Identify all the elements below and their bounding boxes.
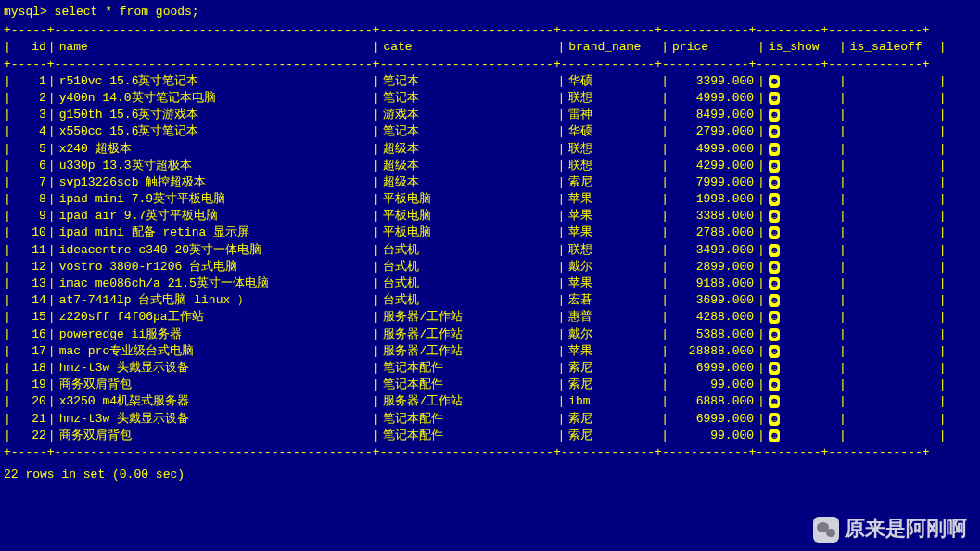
cell-off [846, 90, 939, 107]
cell-show: ☻ [765, 259, 839, 276]
cell-id: 6 [11, 158, 48, 174]
cell-cate: 笔记本配件 [379, 428, 557, 444]
cell-off [846, 242, 939, 259]
cell-price: 8499.000 [668, 107, 757, 123]
cell-id: 20 [11, 393, 48, 410]
smiley-icon: ☻ [769, 395, 781, 408]
table-row: |12|vostro 3800-r1206 台式电脑|台式机|戴尔|2899.0… [4, 259, 976, 276]
cell-name: at7-7414lp 台式电脑 linux ） [56, 292, 373, 309]
cell-name: g150th 15.6英寸游戏本 [56, 107, 373, 123]
col-off: is_saleoff [846, 39, 939, 56]
cell-brand: 华硕 [565, 73, 661, 90]
col-price: price [668, 39, 757, 56]
cell-name: vostro 3800-r1206 台式电脑 [56, 259, 373, 276]
cell-id: 5 [11, 141, 48, 158]
cell-cate: 服务器/工作站 [379, 393, 557, 410]
cell-id: 1 [11, 73, 48, 90]
cell-price: 4288.000 [668, 309, 757, 326]
wechat-icon [813, 517, 839, 543]
smiley-icon: ☻ [769, 261, 781, 274]
cell-cate: 超级本 [379, 141, 557, 158]
smiley-icon: ☻ [769, 345, 781, 358]
cell-cate: 台式机 [379, 259, 557, 276]
cell-show: ☻ [765, 107, 839, 123]
table-row: |19|商务双肩背包|笔记本配件|索尼|99.000|☻|| [4, 377, 976, 393]
cell-brand: ibm [565, 393, 661, 410]
cell-brand: 联想 [565, 141, 661, 158]
cell-price: 6999.000 [668, 411, 757, 428]
cell-name: 商务双肩背包 [56, 428, 373, 444]
cell-off [846, 360, 939, 377]
watermark-text: 原来是阿刚啊 [845, 515, 967, 544]
cell-brand: 苹果 [565, 276, 661, 292]
cell-price: 6888.000 [668, 393, 757, 410]
cell-id: 16 [11, 327, 48, 343]
cell-id: 11 [11, 242, 48, 259]
cell-off [846, 276, 939, 292]
cell-cate: 服务器/工作站 [379, 327, 557, 343]
cell-cate: 台式机 [379, 242, 557, 259]
col-show: is_show [765, 39, 839, 56]
cell-name: hmz-t3w 头戴显示设备 [56, 360, 373, 377]
cell-brand: 雷神 [565, 107, 661, 123]
smiley-icon: ☻ [769, 193, 781, 206]
table-row: |4|x550cc 15.6英寸笔记本|笔记本|华硕|2799.000|☻|| [4, 123, 976, 140]
cell-show: ☻ [765, 141, 839, 158]
cell-id: 19 [11, 377, 48, 393]
cell-show: ☻ [765, 377, 839, 393]
cell-off [846, 224, 939, 241]
cell-name: z220sff f4f06pa工作站 [56, 309, 373, 326]
cell-brand: 联想 [565, 158, 661, 174]
cell-show: ☻ [765, 309, 839, 326]
cell-price: 7999.000 [668, 174, 757, 191]
table-header-row: |id |name |cate |brand_name |price |is_s… [4, 39, 976, 56]
smiley-icon: ☻ [769, 294, 781, 307]
cell-price: 4999.000 [668, 141, 757, 158]
cell-show: ☻ [765, 242, 839, 259]
cell-brand: 联想 [565, 90, 661, 107]
cell-brand: 苹果 [565, 224, 661, 241]
cell-show: ☻ [765, 73, 839, 90]
cell-id: 18 [11, 360, 48, 377]
mysql-prompt: mysql> select * from goods; [4, 4, 976, 20]
cell-id: 21 [11, 411, 48, 428]
cell-off [846, 208, 939, 224]
cell-price: 2799.000 [668, 123, 757, 140]
cell-cate: 平板电脑 [379, 208, 557, 224]
smiley-icon: ☻ [769, 125, 781, 138]
cell-show: ☻ [765, 428, 839, 444]
cell-cate: 笔记本 [379, 90, 557, 107]
cell-cate: 服务器/工作站 [379, 343, 557, 360]
cell-name: x240 超极本 [56, 141, 373, 158]
cell-brand: 苹果 [565, 343, 661, 360]
col-brand: brand_name [565, 39, 661, 56]
cell-name: svp13226scb 触控超极本 [56, 174, 373, 191]
cell-id: 12 [11, 259, 48, 276]
cell-id: 9 [11, 208, 48, 224]
cell-price: 99.000 [668, 428, 757, 444]
cell-off [846, 107, 939, 123]
table-row: |5|x240 超极本|超级本|联想|4999.000|☻|| [4, 141, 976, 158]
cell-name: imac me086ch/a 21.5英寸一体电脑 [56, 276, 373, 292]
smiley-icon: ☻ [769, 75, 781, 88]
cell-id: 17 [11, 343, 48, 360]
cell-brand: 戴尔 [565, 259, 661, 276]
table-row: |20|x3250 m4机架式服务器|服务器/工作站|ibm|6888.000|… [4, 393, 976, 410]
cell-brand: 联想 [565, 242, 661, 259]
cell-brand: 戴尔 [565, 327, 661, 343]
cell-off [846, 158, 939, 174]
cell-cate: 平板电脑 [379, 224, 557, 241]
cell-price: 3388.000 [668, 208, 757, 224]
cell-show: ☻ [765, 343, 839, 360]
table-row: |18|hmz-t3w 头戴显示设备|笔记本配件|索尼|6999.000|☻|| [4, 360, 976, 377]
cell-brand: 索尼 [565, 174, 661, 191]
cell-brand: 惠普 [565, 309, 661, 326]
col-name: name [56, 39, 373, 56]
cell-name: ipad mini 7.9英寸平板电脑 [56, 191, 373, 208]
cell-off [846, 327, 939, 343]
cell-name: r510vc 15.6英寸笔记本 [56, 73, 373, 90]
cell-brand: 苹果 [565, 191, 661, 208]
table-border-bot: +-----+---------------------------------… [4, 444, 976, 461]
table-row: |15|z220sff f4f06pa工作站|服务器/工作站|惠普|4288.0… [4, 309, 976, 326]
cell-off [846, 309, 939, 326]
